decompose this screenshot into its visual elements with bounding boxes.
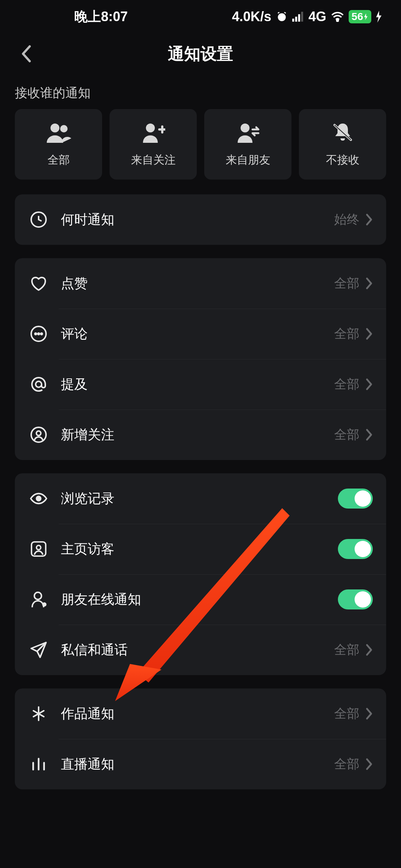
row-dm-value: 全部 bbox=[334, 641, 359, 658]
status-indicators: 4.0K/s 4G 56 bbox=[232, 9, 382, 24]
person-circle-icon bbox=[28, 424, 49, 445]
battery-indicator: 56 bbox=[349, 10, 371, 23]
comment-icon bbox=[28, 323, 49, 344]
svg-point-19 bbox=[36, 431, 41, 435]
row-live[interactable]: 直播通知 全部 bbox=[15, 739, 386, 789]
status-bar: 晚上8:07 4.0K/s 4G 56 bbox=[0, 0, 401, 33]
row-comment-label: 评论 bbox=[61, 325, 334, 343]
row-history-label: 浏览记录 bbox=[61, 490, 338, 508]
svg-point-5 bbox=[337, 20, 339, 22]
row-mention-label: 提及 bbox=[61, 375, 334, 394]
nav-header: 通知设置 bbox=[0, 33, 401, 74]
page-title: 通知设置 bbox=[15, 43, 386, 65]
svg-point-17 bbox=[36, 381, 42, 387]
svg-point-7 bbox=[60, 125, 68, 132]
chevron-right-icon bbox=[365, 277, 373, 290]
row-works-label: 作品通知 bbox=[61, 705, 334, 723]
svg-point-9 bbox=[241, 124, 250, 132]
svg-rect-1 bbox=[292, 19, 294, 22]
row-works-value: 全部 bbox=[334, 705, 359, 722]
filter-following-label: 来自关注 bbox=[131, 152, 176, 168]
bars-icon bbox=[28, 754, 49, 775]
chevron-right-icon bbox=[365, 328, 373, 340]
row-when-value: 始终 bbox=[334, 211, 359, 228]
row-new-follow[interactable]: 新增关注 全部 bbox=[15, 410, 386, 460]
filter-all[interactable]: 全部 bbox=[15, 109, 102, 180]
group-content: 作品通知 全部 直播通知 全部 bbox=[15, 688, 386, 789]
chevron-right-icon bbox=[365, 758, 373, 770]
person-plus-icon bbox=[140, 121, 167, 144]
svg-point-14 bbox=[35, 333, 36, 335]
chevron-right-icon bbox=[365, 378, 373, 391]
at-icon bbox=[28, 374, 49, 395]
filter-following[interactable]: 来自关注 bbox=[110, 109, 197, 180]
clock-icon bbox=[28, 209, 49, 230]
svg-point-15 bbox=[38, 333, 39, 335]
alarm-icon bbox=[276, 11, 288, 23]
row-dm-label: 私信和通话 bbox=[61, 641, 334, 659]
send-icon bbox=[28, 640, 49, 660]
sparkle-icon bbox=[28, 703, 49, 724]
row-visitor-label: 主页访客 bbox=[61, 540, 338, 558]
row-online[interactable]: 朋友在线通知 bbox=[15, 574, 386, 625]
row-mention[interactable]: 提及 全部 bbox=[15, 359, 386, 410]
row-new-follow-label: 新增关注 bbox=[61, 426, 334, 444]
heart-icon bbox=[28, 273, 49, 294]
chevron-right-icon bbox=[365, 644, 373, 656]
row-when-notify[interactable]: 何时通知 始终 bbox=[15, 194, 386, 245]
row-visitor[interactable]: 主页访客 bbox=[15, 524, 386, 574]
svg-point-24 bbox=[42, 602, 47, 607]
filter-friends[interactable]: 来自朋友 bbox=[204, 109, 291, 180]
back-button[interactable] bbox=[15, 43, 37, 65]
person-square-icon bbox=[28, 539, 49, 559]
svg-point-8 bbox=[146, 124, 155, 132]
signal-icon bbox=[292, 11, 304, 22]
svg-point-6 bbox=[50, 124, 59, 132]
row-live-value: 全部 bbox=[334, 756, 359, 773]
charging-icon bbox=[376, 11, 382, 23]
svg-point-22 bbox=[36, 545, 41, 550]
group-activity: 浏览记录 主页访客 朋友在线通知 私信和通话 全部 bbox=[15, 473, 386, 675]
row-history[interactable]: 浏览记录 bbox=[15, 473, 386, 524]
svg-point-16 bbox=[41, 333, 42, 335]
row-comment[interactable]: 评论 全部 bbox=[15, 309, 386, 359]
chevron-right-icon bbox=[365, 428, 373, 441]
svg-rect-4 bbox=[301, 12, 303, 22]
row-mention-value: 全部 bbox=[334, 376, 359, 393]
row-comment-value: 全部 bbox=[334, 325, 359, 342]
network-type: 4G bbox=[309, 9, 326, 24]
status-time: 晚上8:07 bbox=[74, 8, 128, 26]
section-label-who: 接收谁的通知 bbox=[0, 74, 401, 109]
chevron-right-icon bbox=[365, 707, 373, 720]
toggle-visitor[interactable] bbox=[338, 539, 373, 559]
svg-point-20 bbox=[36, 496, 41, 501]
row-live-label: 直播通知 bbox=[61, 755, 334, 773]
filter-all-label: 全部 bbox=[48, 152, 70, 168]
network-speed: 4.0K/s bbox=[232, 9, 271, 24]
filter-row: 全部 来自关注 来自朋友 不接收 bbox=[0, 109, 401, 194]
wifi-icon bbox=[331, 11, 344, 22]
svg-rect-2 bbox=[295, 17, 297, 22]
svg-point-0 bbox=[278, 13, 286, 21]
row-like-value: 全部 bbox=[334, 275, 359, 292]
row-works[interactable]: 作品通知 全部 bbox=[15, 688, 386, 739]
svg-point-23 bbox=[34, 592, 41, 599]
group-interactions: 点赞 全部 评论 全部 提及 全部 新增关注 全部 bbox=[15, 258, 386, 460]
svg-rect-3 bbox=[298, 14, 300, 22]
bell-off-icon bbox=[329, 121, 356, 144]
toggle-history[interactable] bbox=[338, 489, 373, 509]
group-when: 何时通知 始终 bbox=[15, 194, 386, 245]
filter-friends-label: 来自朋友 bbox=[226, 152, 270, 168]
row-dm[interactable]: 私信和通话 全部 bbox=[15, 625, 386, 675]
person-swap-icon bbox=[235, 121, 261, 144]
filter-none[interactable]: 不接收 bbox=[299, 109, 386, 180]
row-like[interactable]: 点赞 全部 bbox=[15, 258, 386, 309]
chevron-right-icon bbox=[365, 213, 373, 226]
toggle-online[interactable] bbox=[338, 589, 373, 609]
person-dot-icon bbox=[28, 589, 49, 610]
row-like-label: 点赞 bbox=[61, 274, 334, 293]
eye-icon bbox=[28, 488, 49, 509]
filter-none-label: 不接收 bbox=[326, 152, 359, 168]
row-when-label: 何时通知 bbox=[61, 211, 334, 229]
row-online-label: 朋友在线通知 bbox=[61, 591, 338, 609]
